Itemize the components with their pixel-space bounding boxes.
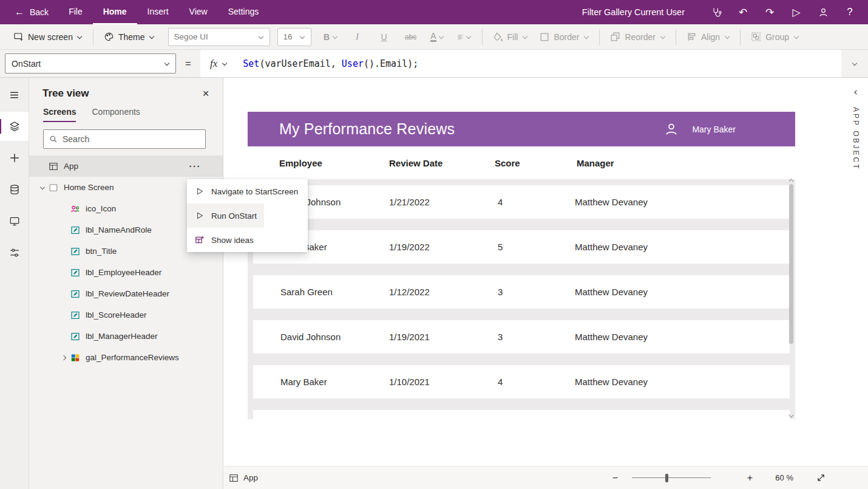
scroll-down-icon[interactable] [788,414,794,418]
tree-item-lbl_ScoreHeader[interactable]: lbl_ScoreHeader [29,304,223,326]
strikethrough-button[interactable]: abc [398,27,424,47]
tree-item-label: lbl_NameAndRole [86,225,152,234]
score-cell: 4 [498,197,575,207]
tree-item-label: App [64,162,78,171]
tree-item-label: Home Screen [64,183,114,192]
context-menu-item-0[interactable]: Navigate to StartScreen [187,179,305,203]
bold-button[interactable]: B [317,27,344,47]
selected-object-indicator[interactable]: App [229,473,258,483]
new-screen-button[interactable]: New screen [7,27,89,47]
gallery-row[interactable]: Mary Baker1/10/20214Matthew Devaney [253,365,790,398]
zoom-slider-track[interactable] [632,477,711,478]
insert-icon[interactable] [0,143,29,173]
chevron-down-icon[interactable] [36,185,49,190]
data-icon[interactable] [0,175,29,204]
label-icon [70,310,85,320]
manager-cell: Matthew Devaney [575,197,790,207]
fill-button[interactable]: Fill [487,27,534,47]
context-menu-item-2[interactable]: Show ideas [187,228,261,252]
group-button[interactable]: Group [745,27,805,47]
tree-item-label: lbl_ScoreHeader [86,310,147,320]
group-icon [751,32,761,42]
tree-item-lbl_ReviewDateHeader[interactable]: lbl_ReviewDateHeader [29,283,223,304]
reorder-button[interactable]: Reorder [604,27,671,47]
align-button[interactable]: Align [680,27,736,47]
tree-item-App[interactable]: App··· [29,156,223,177]
context-menu-item-1[interactable]: Run OnStart [187,203,264,228]
underline-button[interactable]: U [371,27,398,47]
tree-item-gal_PerformanceReviews[interactable]: gal_PerformanceReviews [29,347,223,368]
score-cell: 3 [498,332,575,342]
gallery-row-partial[interactable] [253,410,790,419]
gallery-row[interactable]: David Johnson1/19/20213Matthew Devaney [253,320,790,354]
tab-components[interactable]: Components [92,107,140,122]
app-preview[interactable]: My Performance Reviews Mary Baker Employ… [248,112,795,419]
zoom-slider[interactable] [632,473,711,483]
app-object-strip[interactable]: APP OBJECT [844,89,868,170]
ribbon-toolbar: New screen Theme Segoe UI 16 B I U abc A… [0,24,868,50]
gallery-row[interactable]: David Johnson1/21/20224Matthew Devaney [253,185,790,219]
text-align-button[interactable] [451,27,478,47]
font-size-select[interactable]: 16 [277,28,311,46]
chevron-down-icon [332,34,337,39]
border-button[interactable]: Border [534,27,595,47]
zoom-slider-thumb[interactable] [665,474,668,482]
menu-settings[interactable]: Settings [218,0,270,24]
scrollbar-thumb[interactable] [789,184,793,344]
property-select[interactable]: OnStart [5,53,176,74]
current-user: Mary Baker [664,122,795,137]
menu-view[interactable]: View [179,0,218,24]
gallery-scrollbar[interactable] [788,179,794,418]
search-icon [49,135,58,143]
close-icon[interactable]: × [198,86,213,101]
app-title: Filter Gallery Current User [582,0,703,24]
redo-icon[interactable]: ↷ [756,0,783,24]
italic-button[interactable]: I [344,27,371,47]
back-button[interactable]: ← Back [0,0,58,24]
chevron-right-icon[interactable] [58,355,70,360]
app-object-label[interactable]: APP OBJECT [852,107,860,170]
tree-view-icon[interactable] [0,112,29,141]
formula-input[interactable]: Set(varUserEmail, User().Email); [236,58,418,69]
fx-dropdown[interactable]: fx [200,58,236,70]
tree-item-lbl_EmployeeHeader[interactable]: lbl_EmployeeHeader [29,262,223,283]
chevron-left-icon[interactable] [852,89,860,96]
people-icon [70,204,85,214]
manager-cell: Matthew Devaney [575,242,790,252]
equals-sign: = [176,58,200,69]
undo-icon[interactable]: ↶ [730,0,756,24]
scroll-up-icon[interactable] [788,179,794,182]
media-icon[interactable] [0,207,29,236]
menu-insert[interactable]: Insert [137,0,179,24]
gallery-row[interactable]: Mary Baker1/19/20225Matthew Devaney [253,230,790,264]
formula-token: ); [407,58,418,69]
menu-home[interactable]: Home [93,0,137,24]
advanced-tools-icon[interactable] [0,238,29,267]
tab-screens[interactable]: Screens [43,107,76,122]
theme-button[interactable]: Theme [98,27,161,47]
search-input[interactable] [63,134,200,144]
tree-item-lbl_ManagerHeader[interactable]: lbl_ManagerHeader [29,326,223,347]
formula-bar: OnStart = fx Set(varUserEmail, User().Em… [0,50,868,78]
zoom-out-button[interactable]: − [609,473,621,484]
menu-file[interactable]: File [58,0,93,24]
label-icon [70,225,85,235]
formula-bar-expand-button[interactable] [841,50,868,77]
app-checker-stethoscope-icon[interactable] [703,0,730,24]
gallery-row[interactable]: Sarah Green1/12/20223Matthew Devaney [253,275,790,309]
preview-play-icon[interactable]: ▷ [783,0,810,24]
play-icon [195,211,205,221]
zoom-in-button[interactable]: + [744,473,756,484]
top-bar: ← Back File Home Insert View Settings Fi… [0,0,868,24]
help-icon[interactable]: ? [836,0,863,24]
hamburger-menu-icon[interactable] [0,80,29,109]
fit-to-window-icon[interactable] [816,473,826,482]
back-arrow-icon: ← [15,7,24,17]
review-date-cell: 1/12/2022 [389,287,498,297]
font-color-button[interactable]: A [424,27,451,47]
formula-token: , [331,58,342,69]
more-options-icon[interactable]: ··· [189,161,202,171]
share-person-icon[interactable] [810,0,836,24]
font-family-select[interactable]: Segoe UI [168,28,270,46]
text-align-icon [457,32,464,42]
